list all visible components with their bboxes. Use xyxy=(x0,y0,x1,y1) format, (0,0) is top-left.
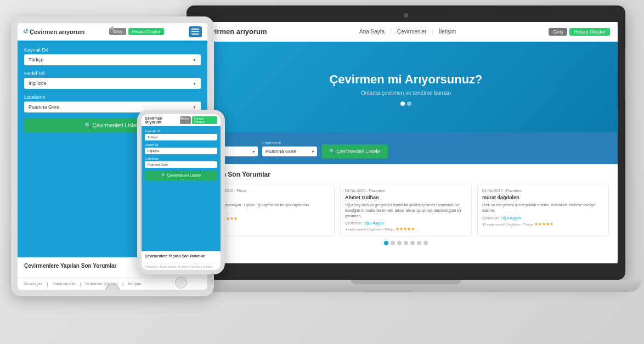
tablet-hedef-group: Hedef Dil İngilizce xyxy=(24,71,201,89)
nav-iletisim[interactable]: İletişim xyxy=(439,29,456,35)
phone-listele-group: Listeleme xyxy=(145,157,217,168)
tablet-nav-right: Giriş Hesap Oluştur xyxy=(109,28,164,35)
tablet-logo: ↺ Çevirmen arıyorum xyxy=(23,28,84,35)
review-translator-1: Çevirmen: ... xyxy=(208,211,330,215)
phone-form: Kaynak Dil Hedef Dil Listeleme 🔍 Çevirme… xyxy=(142,126,221,251)
tablet-home-btn[interactable] xyxy=(104,284,121,296)
listeleme-select[interactable]: Puanına Göre xyxy=(262,146,317,156)
review-text-2: Uğur bey hızlı ve gerçekten özenli bir ş… xyxy=(345,202,467,218)
review-date-2: 04.Nis.2016 - Pazartesi xyxy=(345,189,467,193)
phone-camera xyxy=(180,117,183,120)
scene: Çevirmen arıyorum Ana Sayfa | Çevirmenle… xyxy=(0,0,644,344)
page-dot-6[interactable] xyxy=(417,241,421,245)
tablet-logo-arrow: ↺ xyxy=(23,28,28,35)
review-name-1: ... xyxy=(208,195,330,200)
laptop-content: Çevirmen arıyorum Ana Sayfa | Çevirmenle… xyxy=(194,22,618,263)
review-translator-3: Çevirmen: Uğur Aygen xyxy=(482,216,604,220)
review-footer-1: ...lizce ★★★★★ xyxy=(208,216,330,221)
menu-line-2 xyxy=(191,31,199,32)
tablet-kaynak-group: Kaynak Dil Türkçe xyxy=(24,47,201,65)
page-dot-3[interactable] xyxy=(397,241,402,245)
phone-outer: Çevirmen arıyorum Giriş Hesap Oluştur Ka… xyxy=(137,110,225,274)
laptop-giris-btn[interactable]: Giriş xyxy=(549,28,568,36)
listeleme-wrapper: Puanına Göre xyxy=(262,146,317,156)
phone-device: Çevirmen arıyorum Giriş Hesap Oluştur Ka… xyxy=(137,110,225,280)
tablet-footer-hakkimizda[interactable]: Hakkımızda xyxy=(52,281,75,286)
phone-reviews: Çevirmenlere Yapılan Son Yorumlar xyxy=(142,251,221,263)
listele-button[interactable]: 🔍 Çevirmenleri Listele xyxy=(321,144,388,159)
nav-sep2: | xyxy=(432,29,434,35)
phone-hedef-group: Hedef Dil xyxy=(145,143,217,154)
tablet-footer-iletisim[interactable]: İletişim xyxy=(128,281,142,286)
hero-dot-1[interactable] xyxy=(400,101,405,106)
nav-sep1: | xyxy=(390,29,392,35)
phone-listele-label: Listeleme xyxy=(145,157,217,160)
tablet-nav: ↺ Çevirmen arıyorum Giriş Hesap Oluştur xyxy=(18,23,207,41)
review-date-1: 01.Mayıs.2016 - Pazar xyxy=(208,189,330,193)
phone-kaynak-label: Kaynak Dil xyxy=(145,129,217,133)
review-pagination xyxy=(203,241,609,245)
hero-subtitle: Onlarca çevirmen ve tercüme bürosu xyxy=(361,90,451,96)
phone-logo: Çevirmen arıyorum xyxy=(145,116,180,124)
phone-listele-btn[interactable]: 🔍 Çevirmenleri Listele xyxy=(145,171,217,181)
tablet-kaynak-wrapper: Türkçe xyxy=(24,54,201,65)
review-translator-link-2[interactable]: Uğur Aygen xyxy=(364,221,383,225)
review-translator-2: Çevirmen: Uğur Aygen xyxy=(345,221,467,225)
tablet-menu-icon[interactable] xyxy=(189,26,202,37)
laptop-nav-links: Ana Sayfa | Çevirmenler | İletişim xyxy=(359,29,456,35)
page-dot-7[interactable] xyxy=(423,241,428,245)
listeleme-field: Listeleme Puanına Göre xyxy=(262,140,317,156)
phone-footer: Anasayfa | Hakkımızda | Kullanım Şartlar… xyxy=(142,263,221,270)
page-dot-2[interactable] xyxy=(391,241,395,245)
page-dot-5[interactable] xyxy=(410,241,415,245)
phone-kaynak-group: Kaynak Dil xyxy=(145,129,217,140)
tablet-footer-sep2: | xyxy=(80,281,81,286)
review-footer-2: 4 sayfa çevirdi | İngilizce > Türkçe ★★★… xyxy=(345,227,467,232)
menu-line-3 xyxy=(191,33,199,35)
tablet-footer-anasayfa[interactable]: Anasayfa xyxy=(24,281,42,286)
page-dot-1[interactable] xyxy=(384,241,388,245)
phone-hesap-btn[interactable]: Hesap Oluştur xyxy=(192,116,217,124)
laptop-camera xyxy=(404,13,408,18)
tablet-listele-label: Listeleme xyxy=(24,94,201,100)
review-text-3: Hızlı ve tez çevirisi için teşekkür eder… xyxy=(482,202,604,213)
review-footer-3: 30 sayfa çevirdi | İngilizce > Türkçe ★★… xyxy=(482,222,604,227)
tablet-kaynak-label: Kaynak Dil xyxy=(24,47,201,53)
review-date-3: 04.Nis.2016 - Pazartesi xyxy=(482,189,604,193)
tablet-footer-sep3: | xyxy=(122,281,123,286)
laptop-hero: Çevirmen mi Arıyorsunuz? Onlarca çevirme… xyxy=(194,42,618,132)
review-translator-link-1[interactable]: ... xyxy=(227,211,230,215)
laptop-base xyxy=(170,280,642,292)
nav-anasayfa[interactable]: Ana Sayfa xyxy=(359,29,385,35)
laptop-search-bar: Hedef Dil İngilizce Listeleme xyxy=(194,132,618,164)
review-card-3: 04.Nis.2016 - Pazartesi murat dağdolen H… xyxy=(477,184,609,236)
phone-hedef-label: Hedef Dil xyxy=(145,143,217,146)
phone-reviews-title: Çevirmenlere Yapılan Son Yorumlar xyxy=(145,254,217,258)
tablet-logo-text: Çevirmen arıyorum xyxy=(30,29,84,35)
tablet-hesap-btn[interactable]: Hesap Oluştur xyxy=(128,28,164,35)
review-translator-link-3[interactable]: Uğur Aygen xyxy=(501,216,521,220)
nav-cevirmenler[interactable]: Çevirmenler xyxy=(397,29,427,35)
review-name-2: Ahmet Gülhan xyxy=(345,195,467,200)
laptop-nav-btns: Giriş Hesap Oluştur xyxy=(549,28,610,36)
page-dot-4[interactable] xyxy=(404,241,408,245)
phone-nav: Çevirmen arıyorum Giriş Hesap Oluştur xyxy=(142,114,221,126)
menu-line-1 xyxy=(191,29,199,30)
listeleme-label: Listeleme xyxy=(262,140,317,145)
tablet-kaynak-select[interactable]: Türkçe xyxy=(24,54,201,65)
tablet-hedef-select[interactable]: İngilizce xyxy=(24,78,201,89)
phone-home-btn[interactable] xyxy=(175,277,187,289)
hero-dot-2[interactable] xyxy=(407,101,411,106)
phone-kaynak-input[interactable] xyxy=(145,134,217,140)
review-card-2: 04.Nis.2016 - Pazartesi Ahmet Gülhan Uğu… xyxy=(340,184,472,236)
reviews-title: Yapılan Son Yorumlar xyxy=(203,171,609,178)
laptop-reviews: Yapılan Son Yorumlar 01.Mayıs.2016 - Paz… xyxy=(194,164,618,263)
tablet-hedef-wrapper: İngilizce xyxy=(24,78,201,89)
tablet-camera xyxy=(111,26,114,30)
hero-title: Çevirmen mi Arıyorsunuz? xyxy=(329,72,482,87)
phone-screen: Çevirmen arıyorum Giriş Hesap Oluştur Ka… xyxy=(142,114,221,270)
review-text-1: ...a adres aramayın. 1 yıldır...ği sayes… xyxy=(208,202,330,208)
phone-hedef-input[interactable] xyxy=(145,148,217,154)
laptop-hesap-btn[interactable]: Hesap Oluştur xyxy=(569,28,610,36)
phone-listele-input[interactable] xyxy=(145,161,217,168)
